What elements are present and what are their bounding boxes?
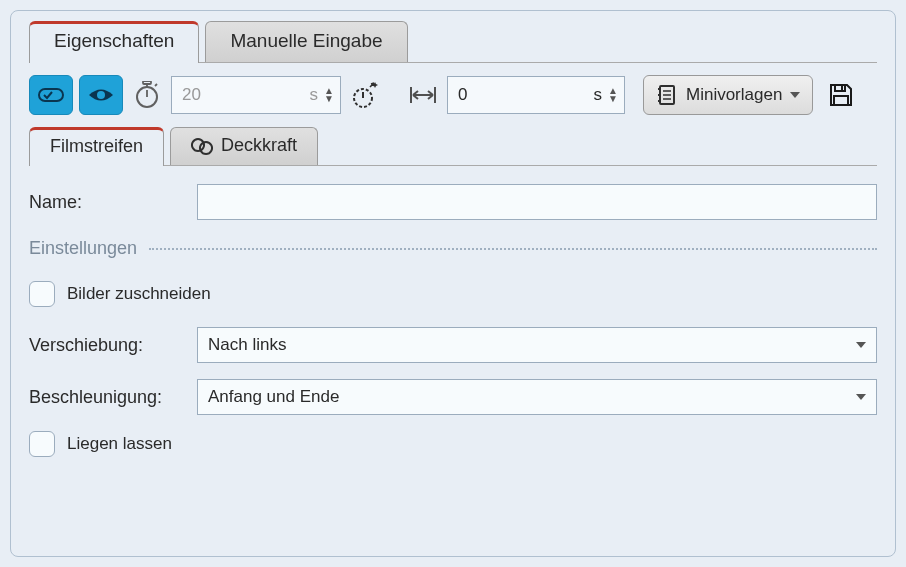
leave-label: Liegen lassen: [67, 434, 172, 454]
main-tabs: Eigenschaften Manuelle Eingabe: [29, 21, 877, 63]
name-row: Name:: [29, 184, 877, 220]
offset-value[interactable]: [456, 84, 588, 106]
duration-stepper[interactable]: ▲▼: [324, 87, 334, 103]
crop-images-checkbox[interactable]: [29, 281, 55, 307]
svg-rect-2: [143, 81, 151, 84]
tab-opacity[interactable]: Deckkraft: [170, 127, 318, 165]
crop-images-label: Bilder zuschneiden: [67, 284, 211, 304]
tab-opacity-label: Deckkraft: [221, 135, 297, 156]
shift-label: Verschiebung:: [29, 335, 197, 356]
eye-icon: [87, 86, 115, 104]
svg-rect-19: [835, 85, 845, 91]
duration-unit: s: [310, 85, 319, 105]
section-divider: [149, 248, 877, 250]
duration-input[interactable]: s ▲▼: [171, 76, 341, 114]
toolbar: s ▲▼ s: [29, 75, 877, 115]
opacity-icon: [191, 136, 213, 156]
chevron-down-icon: [790, 92, 800, 98]
stopwatch-icon: [129, 77, 165, 113]
tab-properties[interactable]: Eigenschaften: [29, 21, 199, 63]
mini-templates-dropdown[interactable]: Minivorlagen: [643, 75, 813, 115]
crop-images-row: Bilder zuschneiden: [29, 281, 877, 307]
chevron-down-icon: [856, 342, 866, 348]
mini-templates-label: Minivorlagen: [686, 85, 782, 105]
duration-value[interactable]: [180, 84, 304, 106]
acceleration-label: Beschleunigung:: [29, 387, 197, 408]
tab-filmstrip-label: Filmstreifen: [50, 136, 143, 157]
offset-stepper[interactable]: ▲▼: [608, 87, 618, 103]
shift-select[interactable]: Nach links: [197, 327, 877, 363]
acceleration-select[interactable]: Anfang und Ende: [197, 379, 877, 415]
auto-duration-button[interactable]: [347, 77, 383, 113]
tab-manual-input[interactable]: Manuelle Eingabe: [205, 21, 407, 62]
shift-value: Nach links: [208, 335, 286, 355]
name-input[interactable]: [197, 184, 877, 220]
svg-line-6: [155, 84, 157, 86]
shift-row: Verschiebung: Nach links: [29, 327, 877, 363]
leave-checkbox[interactable]: [29, 431, 55, 457]
save-icon: [828, 82, 854, 108]
svg-point-1: [97, 91, 105, 99]
acceleration-row: Beschleunigung: Anfang und Ende: [29, 379, 877, 415]
link-icon: [38, 88, 64, 102]
leave-row: Liegen lassen: [29, 431, 877, 457]
tab-filmstrip[interactable]: Filmstreifen: [29, 127, 164, 166]
chevron-down-icon: [856, 394, 866, 400]
svg-rect-20: [834, 96, 848, 105]
save-button[interactable]: [823, 77, 859, 113]
properties-panel: Eigenschaften Manuelle Eingabe: [10, 10, 896, 557]
svg-rect-0: [39, 89, 63, 101]
width-icon: [405, 77, 441, 113]
offset-unit: s: [594, 85, 603, 105]
sparkle-clock-icon: [350, 81, 380, 109]
settings-section-header: Einstellungen: [29, 238, 877, 259]
sub-tabs: Filmstreifen Deckkraft: [29, 127, 877, 166]
link-toggle-button[interactable]: [29, 75, 73, 115]
tab-properties-label: Eigenschaften: [54, 30, 174, 51]
visibility-toggle-button[interactable]: [79, 75, 123, 115]
acceleration-value: Anfang und Ende: [208, 387, 339, 407]
svg-rect-21: [841, 86, 843, 90]
tab-manual-input-label: Manuelle Eingabe: [230, 30, 382, 51]
settings-title: Einstellungen: [29, 238, 137, 259]
template-icon: [656, 84, 678, 106]
offset-input[interactable]: s ▲▼: [447, 76, 625, 114]
name-label: Name:: [29, 192, 197, 213]
